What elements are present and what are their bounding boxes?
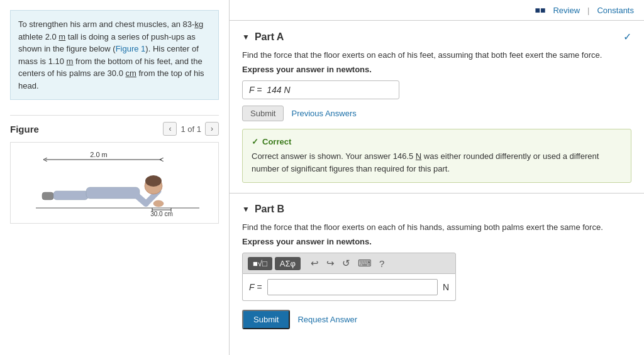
figure-section: Figure ‹ 1 of 1 › 2.0 m (10, 115, 219, 231)
part-b-action-row: Submit Request Answer (242, 310, 631, 329)
figure-next-button[interactable]: › (205, 122, 219, 136)
part-a-correct-text: Correct answer is shown. Your answer 146… (252, 150, 622, 175)
math-help-button[interactable]: ? (377, 257, 387, 270)
svg-rect-4 (53, 191, 88, 200)
left-panel: To strengthen his arm and chest muscles,… (0, 0, 230, 355)
svg-text:30.0 cm: 30.0 cm (150, 210, 173, 217)
redo-icon: ↪ (326, 258, 335, 268)
part-b-formula-prefix: F = (249, 282, 262, 292)
part-a-collapse-arrow[interactable]: ▼ (242, 33, 250, 41)
figure-page-indicator: 1 of 1 (180, 124, 201, 134)
math-undo-button[interactable]: ↩ (308, 256, 321, 270)
math-alpha-button[interactable]: ΑΣφ (275, 257, 301, 270)
math-toolbar: ■√□ ΑΣφ ↩ ↪ ↺ ⌨ ? (242, 253, 456, 274)
constants-link[interactable]: Constants (597, 6, 634, 15)
part-a-submit-button[interactable]: Submit (242, 106, 284, 121)
math-refresh-button[interactable]: ↺ (340, 256, 353, 270)
figure-title: Figure (10, 124, 39, 134)
top-bar: ■■ Review | Constants (230, 0, 644, 20)
refresh-icon: ↺ (342, 258, 350, 268)
math-alpha-label: ΑΣφ (280, 259, 296, 268)
review-icon: ■■ (535, 5, 546, 15)
pushup-figure-svg: 2.0 m (23, 148, 206, 217)
keyboard-icon: ⌨ (358, 258, 372, 268)
part-b-request-answer-link[interactable]: Request Answer (297, 315, 357, 324)
part-a-section: ▼ Part A ✓ Find the force that the floor… (230, 20, 644, 193)
figure-prev-button[interactable]: ‹ (163, 122, 177, 136)
part-a-question: Find the force that the floor exerts on … (242, 50, 631, 60)
part-b-question: Find the force that the floor exerts on … (242, 222, 631, 232)
part-a-answer-value: 144 N (267, 85, 290, 95)
svg-point-10 (153, 200, 164, 207)
part-b-answer-input[interactable] (267, 279, 438, 295)
part-a-correct-box: ✓ Correct Correct answer is shown. Your … (242, 129, 631, 183)
part-a-previous-answers-link[interactable]: Previous Answers (291, 109, 356, 118)
math-keyboard-button[interactable]: ⌨ (355, 256, 374, 270)
part-b-input-wrap: ■√□ ΑΣφ ↩ ↪ ↺ ⌨ ? (242, 253, 456, 301)
figure-link[interactable]: Figure 1 (116, 44, 146, 53)
part-a-formula-prefix: F = (249, 85, 262, 95)
part-b-unit-label: N (443, 282, 449, 292)
part-b-header: ▼ Part B (242, 204, 631, 215)
math-redo-button[interactable]: ↪ (324, 256, 337, 270)
topbar-divider: | (587, 6, 589, 15)
part-b-submit-button[interactable]: Submit (242, 310, 290, 329)
part-a-header: ▼ Part A ✓ (242, 31, 631, 43)
part-a-answer-display: F = 144 N (242, 80, 399, 99)
undo-icon: ↩ (311, 258, 319, 268)
svg-point-9 (145, 175, 162, 187)
part-a-correct-check-icon: ✓ (252, 137, 258, 146)
right-panel: ■■ Review | Constants ▼ Part A ✓ Find th… (230, 0, 644, 355)
part-b-collapse-arrow[interactable]: ▼ (242, 205, 250, 214)
part-a-express-label: Express your answer in newtons. (242, 65, 631, 74)
part-b-express-label: Express your answer in newtons. (242, 237, 631, 246)
math-symbol-button[interactable]: ■√□ (248, 257, 272, 270)
part-a-checkmark: ✓ (623, 31, 631, 43)
figure-image: 2.0 m (10, 142, 219, 224)
svg-rect-3 (42, 192, 53, 200)
review-link[interactable]: Review (553, 6, 580, 15)
part-a-correct-label: Correct (262, 137, 291, 146)
part-b-section: ▼ Part B Find the force that the floor e… (230, 193, 644, 339)
part-a-action-row: Submit Previous Answers (242, 106, 631, 121)
svg-text:2.0 m: 2.0 m (90, 151, 108, 158)
help-icon: ? (379, 258, 384, 269)
part-b-label: Part B (255, 204, 284, 215)
part-a-correct-header: ✓ Correct (252, 137, 622, 146)
figure-navigation: ‹ 1 of 1 › (163, 122, 219, 136)
part-b-input-area: F = N (242, 274, 456, 301)
part-a-label: Part A (255, 31, 284, 43)
math-symbol-icon: ■√□ (253, 259, 267, 268)
problem-description: To strengthen his arm and chest muscles,… (10, 10, 219, 100)
